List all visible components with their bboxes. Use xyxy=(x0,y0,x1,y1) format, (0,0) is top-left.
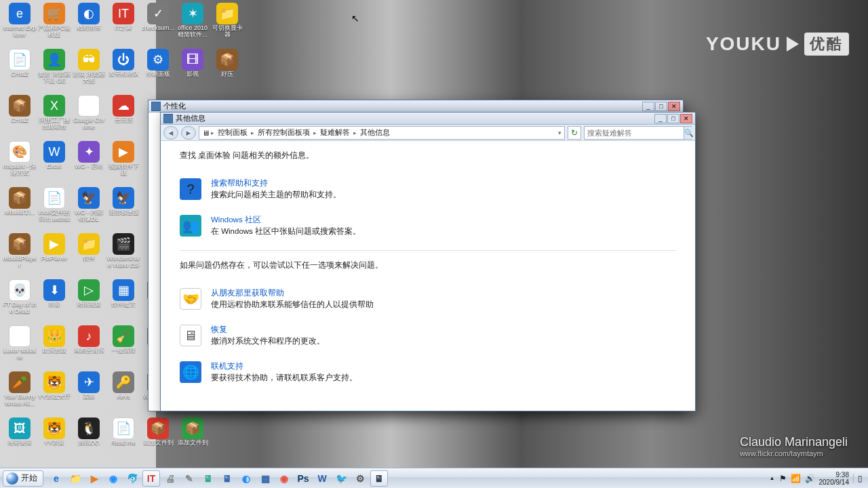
desktop-icon[interactable]: 🎞影视 xyxy=(176,49,210,94)
desktop-icon[interactable]: 🖼海景美景 xyxy=(3,418,37,462)
close-button[interactable]: ✕ xyxy=(668,102,680,111)
taskbar-item[interactable]: 🐬 xyxy=(123,470,141,487)
maximize-button[interactable]: □ xyxy=(655,102,667,111)
back-button[interactable]: ◄ xyxy=(163,126,178,140)
taskbar-item[interactable]: 📁 xyxy=(66,470,84,487)
desktop-icon[interactable]: 💀FT Day of the Dead xyxy=(3,279,37,324)
desktop-icon[interactable]: 🥕Your Bunny Wrote All... xyxy=(3,371,37,416)
taskbar-item[interactable]: ◉ xyxy=(275,470,293,487)
desktop-icon[interactable]: ◉Google Chrome xyxy=(72,95,106,140)
desktop-icon[interactable]: 📄CHIaZ xyxy=(3,49,37,94)
desktop-icon[interactable]: 🐧腾讯QQ xyxy=(72,418,106,462)
search-box[interactable]: 🔍 xyxy=(584,126,692,140)
search-input[interactable] xyxy=(585,129,684,137)
desktop-icon[interactable]: 📄Read me xyxy=(106,418,140,462)
desktop-icon[interactable]: 👑欢乐游戏 xyxy=(37,325,71,370)
taskbar-item[interactable]: e xyxy=(47,470,65,487)
breadcrumb-segment[interactable]: 疑难解答 xyxy=(318,127,352,138)
taskbar-item[interactable]: 🐦 xyxy=(332,470,350,487)
taskbar-item[interactable]: ⚙ xyxy=(351,470,369,487)
system-menu-icon[interactable] xyxy=(151,102,161,111)
taskbar-item[interactable]: 🖨 xyxy=(161,470,179,487)
taskbar-item[interactable]: ◐ xyxy=(237,470,255,487)
tray-network-icon[interactable]: 📶 xyxy=(791,474,801,483)
titlebar[interactable]: 个性化 _ □ ✕ xyxy=(149,100,683,113)
desktop-icon[interactable]: ☁云日历 xyxy=(106,95,140,140)
desktop-icon[interactable]: 📦添加文件到 xyxy=(176,418,210,462)
option-link[interactable]: 从朋友那里获取帮助 xyxy=(211,289,284,297)
refresh-button[interactable]: ↻ xyxy=(568,126,581,140)
taskbar-item[interactable]: 🖥 xyxy=(370,470,388,487)
window-more-info[interactable]: 其他信息 _ □ ✕ ◄ ► 🖥 ▸ 控制面板▸所有控制面板项▸疑难解答▸其他信… xyxy=(160,112,696,411)
desktop-icon[interactable]: 📦添加文件到 xyxy=(141,418,175,462)
desktop-icon[interactable]: ▷腾讯视频 xyxy=(72,279,106,324)
breadcrumb-segment[interactable]: 控制面板 xyxy=(216,127,250,138)
desktop-icon[interactable]: 📦好压 xyxy=(210,49,244,94)
taskbar-clock[interactable]: 9:38 2020/9/14 xyxy=(819,471,850,486)
desktop-icon[interactable]: 🐯YY游戏大厅 xyxy=(37,371,71,416)
desktop-icon[interactable]: ⬇抖音 xyxy=(37,279,71,324)
close-button[interactable]: ✕ xyxy=(680,114,692,123)
start-button[interactable]: 开始 xyxy=(3,470,43,487)
taskbar-item[interactable]: ▦ xyxy=(256,470,274,487)
desktop-icon[interactable]: 📁可切换显卡器 xyxy=(210,3,244,47)
taskbar-item[interactable]: ✎ xyxy=(180,470,198,487)
desktop-icon[interactable]: 🂡Luxor solitaire xyxy=(3,325,37,370)
taskbar-item[interactable]: 🖥 xyxy=(199,470,217,487)
desktop-icon[interactable]: 🕶游戏 浏览器大图 xyxy=(72,49,106,94)
breadcrumb-segment[interactable]: 其他信息 xyxy=(358,127,392,138)
option-link[interactable]: 联机支持 xyxy=(211,362,243,370)
desktop-icon[interactable]: ▦软件魔方 xyxy=(106,279,140,324)
desktop-icon[interactable]: 📦CHIaZ xyxy=(3,95,37,140)
taskbar-item[interactable]: Ps xyxy=(294,470,312,487)
desktop-icon[interactable]: WExcel xyxy=(37,141,71,186)
desktop-icon[interactable]: 📄Incel文件的导出,website xyxy=(37,187,71,232)
desktop-icon[interactable]: ⚙控制面板 xyxy=(141,49,175,94)
desktop-icon[interactable]: 📦rebuildPlayer xyxy=(3,233,37,278)
history-dropdown-icon[interactable]: ▾ xyxy=(558,129,561,136)
titlebar[interactable]: 其他信息 _ □ ✕ xyxy=(161,113,695,125)
desktop-icon[interactable]: 🐯YY语音 xyxy=(37,418,71,462)
option-link[interactable]: 搜索帮助和支持 xyxy=(211,179,268,187)
taskbar-item[interactable]: ▶ xyxy=(85,470,103,487)
desktop-icon[interactable]: ✦WG - 启动 xyxy=(72,141,106,186)
maximize-button[interactable]: □ xyxy=(667,114,679,123)
desktop-icon[interactable]: 🦅迅雷极速版 xyxy=(106,187,140,232)
forward-button[interactable]: ► xyxy=(181,126,196,140)
desktop-icon[interactable]: ✶office 2010 精简软件... xyxy=(176,3,210,47)
tray-volume-icon[interactable]: 🔊 xyxy=(805,474,815,483)
desktop-icon[interactable]: ✓checksum... xyxy=(141,3,175,47)
taskbar-item[interactable]: ◉ xyxy=(104,470,122,487)
taskbar-item[interactable]: W xyxy=(313,470,331,487)
desktop-icon[interactable]: ▶视频软件下载 xyxy=(106,141,140,186)
desktop-icon[interactable]: X阿里工厂播放观看数据... xyxy=(37,95,71,140)
tray-overflow-icon[interactable]: ▲ xyxy=(770,475,775,481)
desktop-icon[interactable]: ITIT之家 xyxy=(106,3,140,47)
breadcrumb-segment[interactable]: 所有控制面板项 xyxy=(256,127,312,138)
desktop-icon[interactable]: ♪网易云音乐 xyxy=(72,325,106,370)
option-link[interactable]: 恢复 xyxy=(211,325,227,333)
taskbar-item[interactable]: IT xyxy=(142,470,160,487)
desktop-icon[interactable]: ✈调制 xyxy=(72,371,106,416)
show-desktop-button[interactable]: ▯ xyxy=(853,474,863,483)
desktop-icon[interactable]: 🔑Keys xyxy=(106,371,140,416)
desktop-icon[interactable]: 🎬Wondershare Video Edit... xyxy=(106,233,140,278)
desktop-icon[interactable]: ▶PotPlayer xyxy=(37,233,71,278)
desktop-icon[interactable]: 🦅WG - 内部镜像DL xyxy=(72,187,106,232)
desktop-icon[interactable]: 📁软件 xyxy=(72,233,106,278)
system-menu-icon[interactable] xyxy=(163,114,173,123)
breadcrumb[interactable]: 🖥 ▸ 控制面板▸所有控制面板项▸疑难解答▸其他信息▾ xyxy=(199,126,565,140)
desktop-icon[interactable]: 📦rebuild(1)... xyxy=(3,187,37,232)
minimize-button[interactable]: _ xyxy=(642,102,654,111)
search-icon[interactable]: 🔍 xyxy=(684,127,694,139)
desktop-icon[interactable]: 🧹一键清理 xyxy=(106,325,140,370)
desktop-icon[interactable]: 👤傲游 浏览器下载 GE xyxy=(37,49,71,94)
minimize-button[interactable]: _ xyxy=(654,114,667,123)
desktop-icon[interactable]: ⏻攻壳机动队 xyxy=(106,49,140,94)
taskbar-item[interactable]: 🖥 xyxy=(218,470,236,487)
desktop-icon[interactable]: ◐精彩世界 xyxy=(72,3,106,47)
option-link[interactable]: Windows 社区 xyxy=(211,216,261,224)
desktop-icon[interactable]: 🎨mspaint - 快捷方式 xyxy=(3,141,37,186)
tray-flag-icon[interactable]: ⚑ xyxy=(779,474,787,483)
desktop-icon[interactable]: 🛒产品和PC装机版 xyxy=(37,3,71,47)
